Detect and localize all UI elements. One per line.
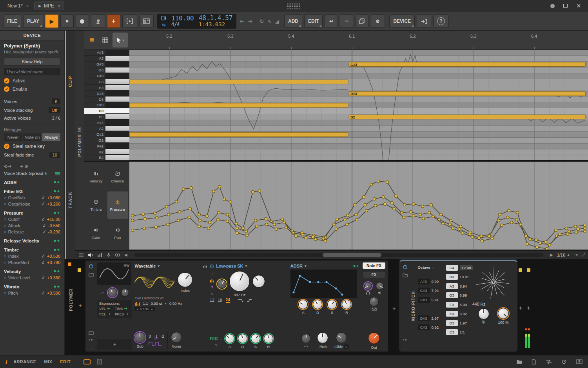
pressure-point[interactable] xyxy=(229,201,232,204)
env-shape-knob[interactable] xyxy=(301,334,311,343)
mod-amount-value[interactable]: +0.500 xyxy=(47,291,60,295)
feg-a-knob[interactable]: A xyxy=(225,334,234,349)
pressure-point[interactable] xyxy=(516,211,519,214)
expression-route-timb[interactable]: TIMB xyxy=(115,307,131,311)
insert-device-between-button[interactable]: + xyxy=(392,305,396,312)
mod-target-index[interactable]: ×Index+0.530 xyxy=(4,254,60,259)
expression-route-pres[interactable]: PRES xyxy=(115,312,131,316)
pressure-point[interactable] xyxy=(165,206,168,208)
pressure-point[interactable] xyxy=(305,237,307,239)
filter-slope-12[interactable]: 12 xyxy=(210,298,214,302)
index-knob[interactable] xyxy=(178,272,192,287)
expression-tab-velocity[interactable]: Velocity xyxy=(86,163,107,191)
sync-tag[interactable]: ◂SYNC▴ xyxy=(134,307,155,311)
tuning-value[interactable]: 1.97 xyxy=(460,321,467,325)
white-key[interactable] xyxy=(105,155,129,160)
pressure-point[interactable] xyxy=(410,211,412,213)
pressure-point[interactable] xyxy=(442,222,445,225)
pressure-point[interactable] xyxy=(175,200,178,203)
mod-source-release-velocity[interactable]: Release Velocity xyxy=(4,239,60,243)
delete-button[interactable]: ⊗ xyxy=(371,15,384,28)
osc-ratio-value[interactable]: 1:1 xyxy=(143,301,148,306)
zoom-fit-icon[interactable]: ⇥ xyxy=(574,252,577,257)
note-grid[interactable]: G#3D#3B2 xyxy=(129,50,588,161)
midi-note-f3[interactable] xyxy=(129,80,348,84)
glide-legato-badge[interactable]: L xyxy=(344,344,348,349)
song-time[interactable]: 1:43.032 xyxy=(199,22,233,27)
remove-modulation-icon[interactable]: × xyxy=(4,261,6,265)
glide-knob[interactable] xyxy=(336,332,347,343)
mod-amount-knob[interactable] xyxy=(108,288,117,297)
pressure-point[interactable] xyxy=(525,235,528,238)
checkbox-icon[interactable]: ✓ xyxy=(4,78,9,84)
remove-modulation-icon[interactable]: × xyxy=(4,230,6,234)
device-power-icon[interactable] xyxy=(89,264,94,269)
detail-panel-toggle-icon[interactable] xyxy=(83,359,91,364)
black-key[interactable] xyxy=(105,131,129,137)
pressure-point[interactable] xyxy=(281,218,284,221)
remove-modulation-icon[interactable]: × xyxy=(4,196,6,200)
mod-target-voice-level[interactable]: ×Voice Level+0.360 xyxy=(4,275,60,280)
pressure-point[interactable] xyxy=(565,227,568,230)
pressure-point[interactable] xyxy=(421,205,424,208)
toggle-enable[interactable]: ✓Enable xyxy=(4,86,60,92)
pressure-point[interactable] xyxy=(265,218,267,220)
mod-amount-value[interactable]: +0.080 xyxy=(47,195,60,200)
scrollbar-handle[interactable] xyxy=(323,253,381,257)
pressure-point[interactable] xyxy=(265,223,268,226)
tuning-value[interactable]: 10.91 xyxy=(460,275,469,279)
black-key[interactable] xyxy=(105,73,129,79)
midi-note-ds3[interactable] xyxy=(349,91,585,96)
pressure-point[interactable] xyxy=(131,229,134,232)
pressure-point[interactable] xyxy=(206,215,209,218)
pressure-point[interactable] xyxy=(333,223,336,226)
pressure-point[interactable] xyxy=(182,188,185,191)
time-signature[interactable]: 4/4 xyxy=(171,22,194,27)
pressure-point[interactable] xyxy=(254,219,257,222)
pointer-tool-button[interactable]: ▾ xyxy=(113,33,128,47)
expand-device-icon[interactable]: → xyxy=(89,345,93,350)
micropitch-expand-icon[interactable]: → xyxy=(403,345,407,350)
filter-cutoff-knob[interactable] xyxy=(229,271,250,291)
pressure-point[interactable] xyxy=(355,213,358,216)
ruler-label-6.3[interactable]: 6.3 xyxy=(470,34,476,38)
pressure-point[interactable] xyxy=(252,191,254,193)
pressure-point[interactable] xyxy=(226,220,229,223)
device-name-input[interactable]: User-defined name xyxy=(4,68,60,75)
piano-key-as2[interactable]: A#2 xyxy=(84,120,129,126)
pressure-point[interactable] xyxy=(301,233,304,236)
pressure-point[interactable] xyxy=(535,239,538,242)
tuning-amount-knob[interactable] xyxy=(498,308,509,319)
pressure-point[interactable] xyxy=(468,233,471,236)
mod-amount-value[interactable]: -0.290 xyxy=(48,230,60,234)
pressure-point[interactable] xyxy=(199,219,201,222)
pressure-point[interactable] xyxy=(459,225,462,228)
pressure-point[interactable] xyxy=(539,242,542,245)
pressure-point[interactable] xyxy=(430,204,433,206)
pressure-point[interactable] xyxy=(314,238,317,241)
pressure-point[interactable] xyxy=(285,226,288,229)
pressure-point[interactable] xyxy=(471,236,474,239)
layers-icon[interactable] xyxy=(78,253,84,257)
wavetable-file-name[interactable]: Two Harmonics.wt xyxy=(134,296,207,300)
amp-env-d-knob[interactable]: D xyxy=(313,300,322,315)
env-type-selector[interactable]: ADSR xyxy=(290,264,303,268)
pressure-point[interactable] xyxy=(190,187,193,189)
pressure-point[interactable] xyxy=(155,226,158,229)
punch-button[interactable] xyxy=(122,15,137,28)
add-device-end-button[interactable]: + xyxy=(519,304,522,311)
pressure-point[interactable] xyxy=(401,211,403,214)
filter-wave-icon[interactable]: ∿ xyxy=(211,292,214,296)
pressure-point[interactable] xyxy=(506,216,509,219)
tuning-row-g3[interactable]: G36.99 xyxy=(446,292,467,299)
feg-d-knob[interactable]: D xyxy=(238,334,247,349)
pressure-point[interactable] xyxy=(295,235,298,238)
io-routing-icon[interactable] xyxy=(546,359,552,364)
scroll-left-icon[interactable]: ◀ xyxy=(124,253,127,257)
grid-resolution-value[interactable]: 1/16 xyxy=(557,253,565,257)
pressure-point[interactable] xyxy=(574,225,577,228)
tuning-value[interactable]: 5.91 xyxy=(432,298,439,302)
pressure-point[interactable] xyxy=(256,225,258,228)
black-key[interactable] xyxy=(105,62,129,67)
pressure-point[interactable] xyxy=(242,227,245,230)
